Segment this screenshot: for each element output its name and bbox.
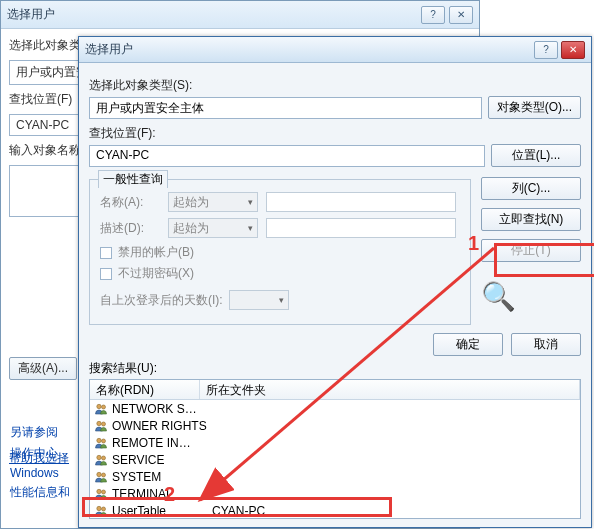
action-center-link[interactable]: 操作中心 [10,445,70,462]
close-icon[interactable]: ✕ [561,41,585,59]
results-header: 名称(RDN) 所在文件夹 [90,380,580,400]
svg-point-2 [97,422,101,426]
select-user-dialog: 选择用户 ? ✕ 选择此对象类型(S): 用户或内置安全主体 对象类型(O)..… [78,36,592,528]
columns-button[interactable]: 列(C)... [481,177,581,200]
advanced-button[interactable]: 高级(A)... [9,357,77,380]
chevron-down-icon: ▾ [248,197,253,207]
front-title-text: 选择用户 [85,41,534,58]
search-results-label: 搜索结果(U): [89,360,581,377]
result-name: SYSTEM [112,470,208,484]
user-group-icon [94,470,108,484]
svg-point-0 [97,405,101,409]
svg-point-7 [102,456,106,460]
disabled-accounts-label: 禁用的帐户(B) [118,244,194,261]
common-queries-group: 一般性查询 名称(A): 起始为▾ 描述(D): 起始为▾ 禁用的帐户(B) 不… [89,179,471,325]
days-since-login-label: 自上次登录后的天数(I): [100,292,223,309]
result-name: REMOTE IN… [112,436,208,450]
location-label: 查找位置(F): [89,125,581,142]
help-icon[interactable]: ? [534,41,558,59]
result-row[interactable]: SERVICE [90,451,580,468]
result-name: NETWORK S… [112,402,208,416]
svg-point-6 [97,456,101,460]
name-match-combo[interactable]: 起始为▾ [168,192,258,212]
ok-button[interactable]: 确定 [433,333,503,356]
user-group-icon [94,453,108,467]
result-name: SERVICE [112,453,208,467]
back-title-text: 选择用户 [7,6,421,23]
user-group-icon [94,402,108,416]
result-name: OWNER RIGHTS [112,419,208,433]
annotation-label-1: 1 [468,232,479,255]
user-group-icon [94,419,108,433]
object-type-label: 选择此对象类型(S): [89,77,581,94]
perf-link[interactable]: 性能信息和 [10,484,70,501]
chevron-down-icon: ▾ [248,223,253,233]
windows-link[interactable]: Windows [10,466,70,480]
annotation-box-find [494,243,594,277]
svg-point-11 [102,490,106,494]
svg-point-5 [102,439,106,443]
svg-point-8 [97,473,101,477]
desc-input[interactable] [266,218,456,238]
svg-point-9 [102,473,106,477]
see-also-link[interactable]: 另请参阅 [10,424,70,441]
nonexpiring-pwd-checkbox[interactable] [100,268,112,280]
find-now-button[interactable]: 立即查找(N) [481,208,581,231]
front-titlebar: 选择用户 ? ✕ [79,37,591,63]
help-icon[interactable]: ? [421,6,445,24]
cancel-button[interactable]: 取消 [511,333,581,356]
desc-label: 描述(D): [100,220,160,237]
location-field[interactable]: CYAN-PC [89,145,485,167]
days-combo[interactable]: ▾ [229,290,289,310]
svg-point-1 [102,405,106,409]
group-title: 一般性查询 [98,170,168,188]
annotation-box-usertable [82,497,392,517]
nonexpiring-pwd-label: 不过期密码(X) [118,265,194,282]
result-row[interactable]: OWNER RIGHTS [90,417,580,434]
disabled-accounts-checkbox[interactable] [100,247,112,259]
left-panel-links: 另请参阅 操作中心 Windows 性能信息和 [10,420,70,505]
name-label: 名称(A): [100,194,160,211]
locations-button[interactable]: 位置(L)... [491,144,581,167]
object-type-field[interactable]: 用户或内置安全主体 [89,97,482,119]
svg-point-3 [102,422,106,426]
magnifier-icon: 🔍 [481,280,581,313]
desc-match-combo[interactable]: 起始为▾ [168,218,258,238]
back-titlebar: 选择用户 ? ✕ [1,1,479,29]
object-types-button[interactable]: 对象类型(O)... [488,96,581,119]
annotation-label-2: 2 [164,483,175,506]
name-input[interactable] [266,192,456,212]
user-group-icon [94,436,108,450]
chevron-down-icon: ▾ [279,295,284,305]
svg-point-10 [97,490,101,494]
close-icon[interactable]: ✕ [449,6,473,24]
col-header-folder[interactable]: 所在文件夹 [200,380,580,399]
svg-point-4 [97,439,101,443]
result-row[interactable]: REMOTE IN… [90,434,580,451]
result-row[interactable]: NETWORK S… [90,400,580,417]
col-header-name[interactable]: 名称(RDN) [90,380,200,399]
